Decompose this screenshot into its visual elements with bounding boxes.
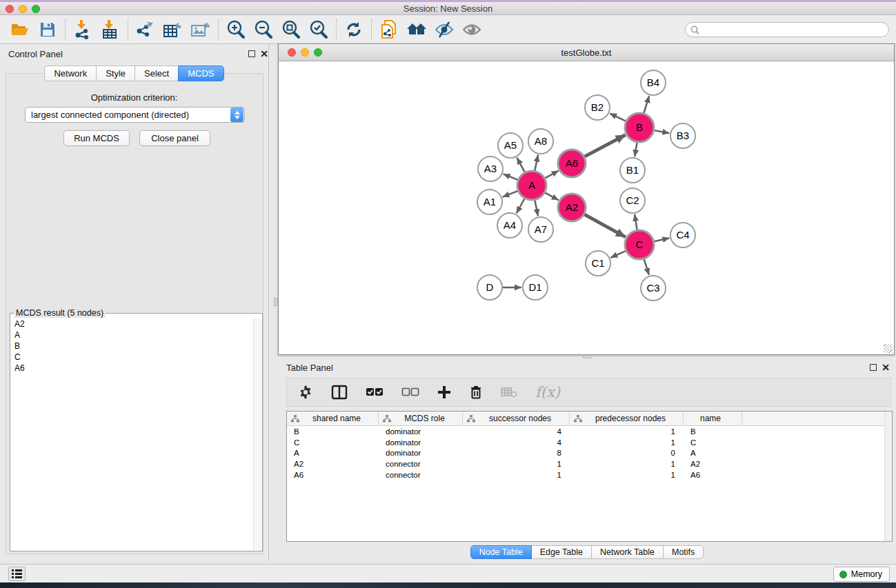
tab-style[interactable]: Style <box>96 65 135 81</box>
graph-edge-A-A5[interactable] <box>517 158 524 172</box>
export-network-icon[interactable] <box>134 18 157 41</box>
table-row[interactable]: A6connector11A6 <box>287 469 892 480</box>
show-all-eye-icon[interactable] <box>460 18 484 41</box>
table-row[interactable]: Cdominator41C <box>287 437 892 448</box>
graph-node-D1[interactable]: D1 <box>523 275 548 300</box>
split-columns-icon[interactable] <box>331 385 348 400</box>
graph-edge-C-C4[interactable] <box>654 238 669 241</box>
graph-node-B1[interactable]: B1 <box>620 158 645 183</box>
export-image-icon[interactable] <box>189 18 212 41</box>
export-table-icon[interactable] <box>161 18 185 41</box>
table-tab-edge-table[interactable]: Edge Table <box>531 545 592 559</box>
close-panel-button[interactable]: Close panel <box>139 130 210 146</box>
tab-mcds[interactable]: MCDS <box>178 65 223 81</box>
table-row[interactable]: A2connector11A2 <box>287 458 892 469</box>
table-close-panel-icon[interactable]: ✕ <box>881 363 890 372</box>
graph-node-A4[interactable]: A4 <box>497 213 522 238</box>
unselect-all-columns-icon[interactable] <box>401 387 419 397</box>
result-list-scrollbar[interactable] <box>253 318 261 550</box>
graph-edge-A-A7[interactable] <box>535 201 538 216</box>
table-row[interactable]: Adominator80A <box>287 448 892 459</box>
graph-edge-A-A6[interactable] <box>545 171 558 179</box>
zoom-fit-icon[interactable] <box>279 18 303 41</box>
zoom-selected-icon[interactable] <box>307 18 330 41</box>
graph-edge-A2-C[interactable] <box>584 214 625 237</box>
table-scrollbar[interactable] <box>884 412 892 541</box>
column-header-shared-name[interactable]: shared name <box>287 412 379 425</box>
run-mcds-button[interactable]: Run MCDS <box>63 130 130 146</box>
graph-node-B4[interactable]: B4 <box>641 70 666 95</box>
home-icon[interactable] <box>405 18 428 41</box>
tab-network[interactable]: Network <box>44 65 97 81</box>
zoom-out-icon[interactable] <box>252 18 275 41</box>
graph-node-A2[interactable]: A2 <box>558 194 586 221</box>
graph-edge-C-C1[interactable] <box>610 251 626 258</box>
graph-node-A3[interactable]: A3 <box>478 156 503 181</box>
task-history-button[interactable] <box>8 567 26 581</box>
mcds-result-item[interactable]: C <box>11 352 252 363</box>
graph-node-A[interactable]: A <box>517 171 546 200</box>
mcds-result-item[interactable]: A <box>11 330 252 341</box>
mcds-result-item[interactable]: A2 <box>11 318 252 330</box>
table-tab-motifs[interactable]: Motifs <box>663 545 704 559</box>
graph-edge-B-B1[interactable] <box>635 143 637 157</box>
optimization-criterion-dropdown[interactable]: largest connected component (directed) <box>25 107 245 123</box>
zoom-in-icon[interactable] <box>224 18 248 41</box>
table-mode-gear-icon[interactable] <box>298 385 313 400</box>
graph-node-A7[interactable]: A7 <box>528 217 553 242</box>
graph-node-B2[interactable]: B2 <box>585 95 610 120</box>
column-header-successor-nodes[interactable]: successor nodes <box>463 412 570 425</box>
column-header-mcds-role[interactable]: MCDS role <box>379 412 463 425</box>
table-row[interactable]: Bdominator41B <box>287 426 892 437</box>
graph-edge-A6-B[interactable] <box>585 135 626 156</box>
split-divider-handle-vertical[interactable] <box>274 298 278 306</box>
float-panel-icon[interactable] <box>247 49 257 59</box>
table-tab-node-table[interactable]: Node Table <box>470 545 532 559</box>
graph-edge-A-A1[interactable] <box>503 191 518 197</box>
graph-edge-A-A2[interactable] <box>545 193 558 201</box>
close-panel-icon[interactable]: ✕ <box>259 49 269 59</box>
search-input[interactable] <box>700 23 888 36</box>
import-network-icon[interactable] <box>71 18 94 41</box>
tab-select[interactable]: Select <box>135 65 179 81</box>
graph-edge-B-B2[interactable] <box>610 114 626 121</box>
graph-node-C3[interactable]: C3 <box>641 276 666 301</box>
column-header-name[interactable]: name <box>684 412 742 425</box>
graph-edge-B-B4[interactable] <box>644 96 649 113</box>
graph-edge-C-C3[interactable] <box>644 259 649 275</box>
graph-edge-A-A3[interactable] <box>504 174 518 179</box>
table-float-panel-icon[interactable] <box>868 363 878 372</box>
graph-edge-A-A4[interactable] <box>517 199 525 213</box>
table-tab-network-table[interactable]: Network Table <box>591 545 664 559</box>
window-resize-grip[interactable] <box>884 344 893 353</box>
column-header-predecessor-nodes[interactable]: predecessor nodes <box>570 412 684 425</box>
graph-node-A5[interactable]: A5 <box>498 133 523 158</box>
mcds-result-item[interactable]: A6 <box>11 363 252 374</box>
graph-node-C[interactable]: C <box>625 230 654 259</box>
graph-node-A8[interactable]: A8 <box>528 129 553 154</box>
graph-edge-C-C2[interactable] <box>635 214 637 230</box>
graph-edge-B-B3[interactable] <box>655 130 670 133</box>
mcds-result-item[interactable]: B <box>11 341 252 352</box>
graph-node-B[interactable]: B <box>625 113 654 142</box>
graph-node-A6[interactable]: A6 <box>558 150 586 177</box>
refresh-icon[interactable] <box>342 18 366 41</box>
add-column-icon[interactable] <box>437 385 451 399</box>
memory-button[interactable]: Memory <box>833 567 890 582</box>
graph-node-A1[interactable]: A1 <box>477 190 502 214</box>
select-all-columns-icon[interactable] <box>366 387 384 397</box>
graph-edge-A-A8[interactable] <box>535 155 538 171</box>
clone-network-icon[interactable] <box>377 18 401 41</box>
search-field[interactable] <box>685 22 889 37</box>
import-table-icon[interactable] <box>99 18 122 41</box>
save-session-icon[interactable] <box>36 18 59 41</box>
network-canvas[interactable]: B4B2BB3A5A8A6A3B1AA1A2C2A4A7CC4C1C3DD1 <box>279 61 894 354</box>
graph-node-C2[interactable]: C2 <box>620 188 645 213</box>
graph-node-C4[interactable]: C4 <box>670 223 695 247</box>
graph-node-D[interactable]: D <box>477 275 502 300</box>
hide-selected-eye-slash-icon[interactable] <box>432 18 456 41</box>
open-file-icon[interactable] <box>8 18 32 41</box>
graph-node-B3[interactable]: B3 <box>670 123 695 148</box>
delete-column-trash-icon[interactable] <box>469 385 483 400</box>
graph-node-C1[interactable]: C1 <box>586 251 610 276</box>
